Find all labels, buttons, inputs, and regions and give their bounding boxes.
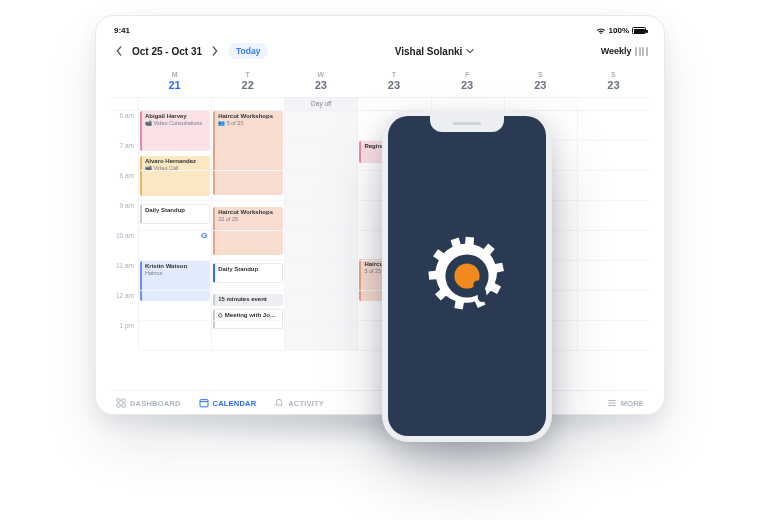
date-range-label: Oct 25 - Oct 31 xyxy=(132,46,202,57)
hour-label: 9 am xyxy=(110,201,138,231)
time-slot[interactable] xyxy=(284,231,357,261)
hour-label: 10 am xyxy=(110,231,138,261)
hour-label: 11 am xyxy=(110,261,138,291)
phone-splash xyxy=(388,116,546,436)
svg-rect-3 xyxy=(122,404,125,407)
phone-notch xyxy=(430,116,504,132)
day-header[interactable]: W23 xyxy=(284,67,357,97)
time-slot[interactable] xyxy=(577,201,650,231)
dashboard-icon xyxy=(116,398,126,408)
time-slot[interactable] xyxy=(284,141,357,171)
app-logo-gear-icon xyxy=(422,231,512,321)
time-slot[interactable] xyxy=(284,261,357,291)
allday-row: Day off xyxy=(110,98,650,111)
day-header[interactable]: T23 xyxy=(357,67,430,97)
day-header[interactable]: M21 xyxy=(138,67,211,97)
time-slot[interactable] xyxy=(577,291,650,321)
time-slot[interactable]: Abigail Harvey📹 Video ConsultationsAlvar… xyxy=(138,111,211,141)
time-slot[interactable] xyxy=(577,321,650,351)
svg-rect-4 xyxy=(200,400,208,407)
hour-label: 12 am xyxy=(110,291,138,321)
day-header[interactable]: S23 xyxy=(577,67,650,97)
svg-rect-2 xyxy=(117,404,120,407)
weekday-header: M21 T22 W23 T23 F23 S23 S23 xyxy=(110,67,650,98)
chevron-down-icon xyxy=(466,48,474,54)
status-time: 9:41 xyxy=(114,26,130,35)
time-slot[interactable] xyxy=(138,231,211,261)
hour-label: 7 am xyxy=(110,141,138,171)
hour-label: 8 am xyxy=(110,171,138,201)
user-name: Vishal Solanki xyxy=(395,46,463,57)
battery-icon xyxy=(632,27,646,34)
status-bar: 9:41 100% xyxy=(110,26,650,39)
calendar-grid: 6 amAbigail Harvey📹 Video ConsultationsA… xyxy=(110,111,650,351)
time-slot[interactable] xyxy=(138,171,211,201)
time-slot[interactable] xyxy=(284,321,357,351)
svg-rect-0 xyxy=(117,399,120,402)
calendar-icon xyxy=(199,398,209,408)
view-label: Weekly xyxy=(601,46,632,56)
menu-icon xyxy=(607,398,617,408)
time-slot[interactable] xyxy=(211,171,284,201)
time-slot[interactable] xyxy=(577,111,650,141)
day-header[interactable]: F23 xyxy=(431,67,504,97)
nav-activity[interactable]: ACTIVITY xyxy=(274,398,324,408)
time-slot[interactable] xyxy=(284,201,357,231)
allday-event[interactable]: Day off xyxy=(284,98,357,110)
day-header[interactable]: S23 xyxy=(504,67,577,97)
time-slot[interactable] xyxy=(577,171,650,201)
user-switcher[interactable]: Vishal Solanki xyxy=(395,46,475,57)
today-button[interactable]: Today xyxy=(228,43,268,59)
time-slot[interactable] xyxy=(138,141,211,171)
time-slot[interactable] xyxy=(577,141,650,171)
wifi-icon xyxy=(596,27,606,35)
hour-label: 1 pm xyxy=(110,321,138,351)
next-week-button[interactable] xyxy=(208,44,222,58)
bottom-nav: DASHBOARD CALENDAR ACTIVITY MORE xyxy=(110,390,650,414)
svg-rect-1 xyxy=(122,399,125,402)
time-slot[interactable] xyxy=(284,171,357,201)
nav-more[interactable]: MORE xyxy=(607,398,644,408)
prev-week-button[interactable] xyxy=(112,44,126,58)
time-slot[interactable] xyxy=(138,261,211,291)
time-slot[interactable] xyxy=(211,231,284,261)
time-slot[interactable] xyxy=(138,291,211,321)
time-slot[interactable] xyxy=(211,261,284,291)
tablet-device: 9:41 100% Oct 25 - Oct 31 Today Vishal S… xyxy=(95,15,665,415)
nav-calendar[interactable]: CALENDAR xyxy=(199,398,257,408)
time-slot[interactable] xyxy=(577,231,650,261)
day-header[interactable]: T22 xyxy=(211,67,284,97)
time-slot[interactable]: Haircut Workshops👥 5 of 25Haircut Worksh… xyxy=(211,111,284,141)
columns-icon xyxy=(635,47,648,56)
calendar-topbar: Oct 25 - Oct 31 Today Vishal Solanki Wee… xyxy=(110,39,650,67)
time-slot[interactable] xyxy=(284,111,357,141)
time-slot[interactable] xyxy=(211,291,284,321)
time-slot[interactable] xyxy=(577,261,650,291)
view-switcher[interactable]: Weekly xyxy=(601,46,648,56)
nav-dashboard[interactable]: DASHBOARD xyxy=(116,398,181,408)
time-slot[interactable] xyxy=(211,321,284,351)
time-slot[interactable] xyxy=(138,201,211,231)
time-slot[interactable] xyxy=(284,291,357,321)
phone-device xyxy=(382,110,552,442)
time-slot[interactable] xyxy=(211,201,284,231)
time-slot[interactable] xyxy=(138,321,211,351)
bell-icon xyxy=(274,398,284,408)
hour-label: 6 am xyxy=(110,111,138,141)
time-slot[interactable] xyxy=(211,141,284,171)
battery-pct: 100% xyxy=(609,26,629,35)
